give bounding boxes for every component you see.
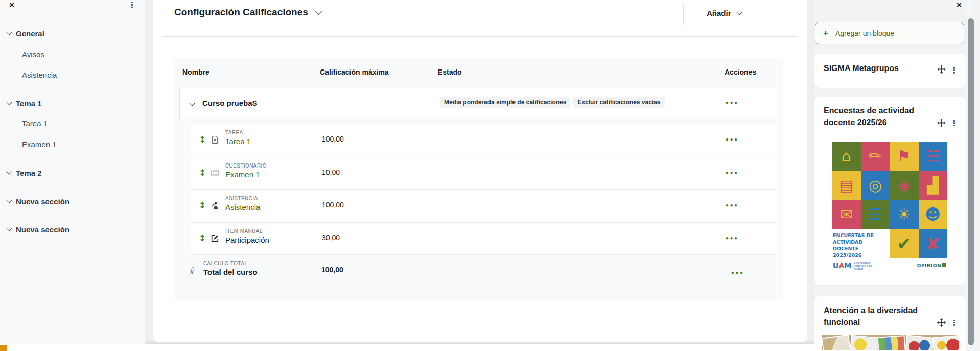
block-kebab-icon[interactable]: ⋮ — [950, 318, 958, 327]
move-block-icon[interactable] — [937, 119, 946, 127]
sidebar-item-nueva-seccion-1[interactable]: Nueva sección — [0, 196, 145, 206]
course-total-row: x̄ CÁLCULO TOTAL Total del curso 100,00 … — [179, 258, 777, 286]
graduation-cap-tile: ⌂ — [832, 142, 861, 171]
scrollbar-thumb[interactable] — [968, 18, 974, 345]
check-tile: ✔ — [890, 229, 919, 258]
collapse-category-icon[interactable] — [189, 100, 195, 106]
total-type-label: CÁLCULO TOTAL — [203, 261, 258, 266]
easel-tile: ▤ — [832, 171, 861, 200]
block-kebab-icon[interactable]: ⋮ — [950, 119, 958, 128]
move-handle-icon[interactable]: ↕ — [199, 233, 206, 243]
link-label: Asistencia — [22, 71, 57, 79]
item-link[interactable]: Asistencia — [225, 203, 260, 212]
notebook-tile: ☰ — [861, 200, 890, 229]
drawer-kebab-icon[interactable]: ⋮ — [128, 0, 136, 10]
diploma-tile: ⚑ — [890, 142, 919, 171]
cross-tile: ✘ — [919, 229, 948, 258]
block-atencion-diversidad: Atención a la diversidadfuncional ⋮ — [814, 296, 966, 351]
opinion-logo: OPINIÓN — [917, 263, 946, 268]
sidebar-item-tarea-1[interactable]: Tarea 1 — [0, 118, 145, 128]
move-handle-icon[interactable]: ↕ — [199, 134, 206, 145]
category-row: Curso pruebaS Media ponderada simple de … — [179, 88, 777, 119]
chevron-down-icon[interactable] — [6, 225, 12, 231]
item-type-label: ASISTENCIA — [225, 196, 260, 201]
block-encuestas: Encuestas de actividaddocente 2025/26 ⋮ … — [814, 97, 966, 285]
sidebar-item-tema-1[interactable]: Tema 1 — [0, 98, 145, 108]
grade-item-row-tarea: ↕ TAREA Tarea 1 100,00 ••• — [191, 124, 777, 156]
aggregation-badge: Media ponderada simple de calificaciones — [440, 97, 570, 108]
header-divider — [760, 4, 760, 25]
max-grade-value: 100,00 — [322, 201, 344, 209]
link-label: Tarea 1 — [22, 119, 48, 128]
mouse-pencil-tile: ✏ — [861, 142, 890, 171]
grade-item-row-participacion: ↕ ÍTEM MANUAL Participación 30,00 ••• — [191, 222, 777, 255]
total-name: Total del curso — [203, 268, 258, 276]
actions-menu-button[interactable]: ••• — [725, 235, 738, 242]
gradebook-view-dropdown[interactable]: Configuración Calificaciones — [174, 7, 321, 18]
bottom-left-accent — [0, 345, 7, 351]
header-rule — [162, 36, 797, 37]
header-divider — [683, 4, 684, 25]
block-sigma-metagrupos: SIGMA Metagrupos ⋮ — [814, 54, 966, 88]
blocks-drawer: × + Agregar un bloque SIGMA Metagrupos ⋮… — [814, 0, 980, 351]
chevron-down-icon[interactable] — [6, 169, 12, 174]
quiz-icon — [211, 169, 219, 177]
main-content-panel: Configuración Calificaciones Añadir Nomb… — [153, 0, 807, 342]
block-title: Encuestas de actividaddocente 2025/26 — [824, 105, 926, 128]
actions-menu-button[interactable]: ••• — [731, 270, 744, 277]
add-label: Añadir — [707, 9, 731, 17]
sidebar-item-asistencia[interactable]: Asistencia — [0, 69, 145, 80]
item-link[interactable]: Tarea 1 — [225, 137, 251, 146]
chevron-down-icon[interactable] — [6, 29, 12, 35]
course-index-drawer: × ⋮ General Avisos Asistencia Tema 1 Tar… — [0, 0, 145, 344]
add-dropdown-button[interactable]: Añadir — [707, 9, 741, 17]
close-blocks-drawer-icon[interactable]: × — [956, 0, 962, 10]
lightbulb-tile: ☀ — [890, 200, 919, 229]
sidebar-item-tema-2[interactable]: Tema 2 — [0, 168, 145, 178]
actions-menu-button[interactable]: ••• — [725, 136, 738, 144]
move-handle-icon[interactable]: ↕ — [199, 168, 206, 178]
column-header-acciones: Acciones — [725, 68, 756, 76]
add-block-button[interactable]: + Agregar un bloque — [815, 22, 964, 44]
block-kebab-icon[interactable]: ⋮ — [950, 66, 958, 75]
poster-logos: UÁM Universidad Autónoma de Madrid OPINI… — [832, 258, 947, 273]
block-title: Atención a la diversidadfuncional — [824, 305, 931, 328]
header-divider — [347, 4, 347, 25]
link-label: Examen 1 — [22, 140, 57, 149]
encuestas-poster-banner[interactable]: ⌂ ✏ ⚑ ☷ ▤ ◎ ◈ ▟ ✉ ☰ ☀ ☻ ✔ ✘ ENCUESTAS DE… — [832, 142, 947, 273]
section-label: Tema 1 — [16, 99, 42, 108]
sidebar-item-general[interactable]: General — [0, 28, 145, 38]
layers-tile: ◈ — [890, 171, 919, 200]
chevron-down-icon[interactable] — [6, 197, 12, 203]
actions-menu-button[interactable]: ••• — [725, 170, 738, 177]
close-drawer-icon[interactable]: × — [9, 1, 14, 10]
move-handle-icon[interactable]: ↕ — [199, 200, 206, 210]
section-label: Tema 2 — [16, 169, 42, 177]
magnifier-tile: ◎ — [861, 171, 890, 200]
student-tile: ☻ — [919, 200, 948, 229]
uam-logo: UÁM — [833, 262, 851, 270]
item-link[interactable]: Examen 1 — [225, 170, 267, 179]
assignment-icon — [211, 135, 219, 144]
actions-menu-button[interactable]: ••• — [725, 202, 738, 209]
chevron-down-icon — [736, 9, 742, 15]
sidebar-item-avisos[interactable]: Avisos — [0, 49, 145, 59]
sidebar-item-examen-1[interactable]: Examen 1 — [0, 139, 145, 149]
atencion-banner-image[interactable] — [822, 335, 959, 350]
grade-setup-table: Nombre Calificación máxima Estado Accion… — [173, 58, 783, 300]
sidebar-item-nueva-seccion-2[interactable]: Nueva sección — [0, 224, 145, 235]
max-grade-value: 100,00 — [322, 135, 344, 143]
column-header-calificacion-maxima: Calificación máxima — [320, 68, 389, 76]
poster-tile-grid: ⌂ ✏ ⚑ ☷ ▤ ◎ ◈ ▟ ✉ ☰ ☀ ☻ — [832, 142, 947, 229]
max-grade-value: 10,00 — [322, 168, 340, 176]
manual-item-edit-icon — [211, 234, 219, 243]
move-block-icon[interactable] — [937, 65, 946, 74]
max-grade-value: 30,00 — [322, 233, 340, 242]
mean-icon: x̄ — [189, 266, 194, 276]
item-type-label: CUESTIONARIO — [225, 163, 267, 169]
chevron-down-icon[interactable] — [6, 99, 12, 105]
plus-icon: + — [823, 28, 828, 38]
grade-item-row-examen: ↕ CUESTIONARIO Examen 1 10,00 ••• — [191, 157, 777, 190]
actions-menu-button[interactable]: ••• — [725, 100, 738, 107]
move-block-icon[interactable] — [937, 318, 946, 327]
